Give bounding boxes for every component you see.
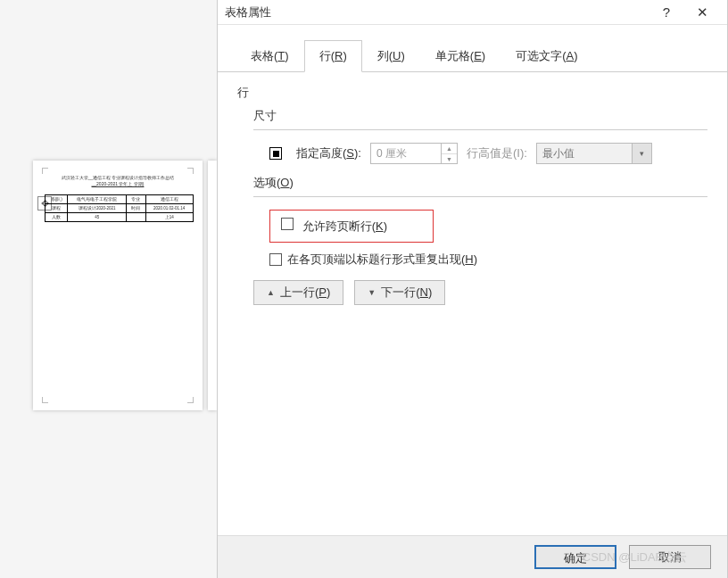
row-height-rule-value: 最小值 [537, 146, 632, 161]
row-height-rule-combo[interactable]: 最小值 ▾ [536, 143, 652, 164]
chevron-down-icon: ▾ [632, 144, 651, 163]
tab-alt-text[interactable]: 可选文字(A) [500, 40, 592, 72]
table-cell[interactable]: 45 [68, 213, 127, 222]
cancel-button[interactable]: 取消 [629, 545, 711, 569]
size-label: 尺寸 [253, 108, 707, 124]
height-value: 0 厘米 [371, 146, 441, 161]
table-cell[interactable]: 课程设计2020-2021 [68, 204, 127, 213]
table-cell[interactable]: 2020.01.02-01.14 [145, 204, 194, 213]
page-preview-next [208, 161, 217, 410]
row-pane: 行 尺寸 指定高度(S): 0 厘米 ▲▼ 行高值是(I): 最小值 ▾ 选项(… [218, 72, 727, 305]
repeat-header-label: 在各页顶端以标题行形式重复出现(H) [287, 252, 477, 268]
options-label: 选项(O) [253, 175, 707, 191]
doc-title-line1: 武汉轻工大学__通信工程 专业课程设计指导教师工作总结 [47, 175, 188, 181]
close-button[interactable]: ✕ [684, 4, 720, 21]
previous-row-button[interactable]: ▲ 上一行(P) [253, 280, 343, 305]
table-cell[interactable]: 专业 [127, 195, 145, 204]
tab-strip: 表格(T) 行(R) 列(U) 单元格(E) 可选文字(A) [218, 25, 727, 72]
previous-row-label: 上一行(P) [280, 285, 330, 301]
table-cell[interactable] [127, 213, 145, 222]
row-heading: 行 [237, 85, 707, 101]
tab-row[interactable]: 行(R) [304, 40, 362, 72]
table-cell[interactable]: 通信工程 [145, 195, 194, 204]
next-row-button[interactable]: ▼ 下一行(N) [354, 280, 445, 305]
table-cell[interactable]: 上14 [145, 213, 194, 222]
table-cell[interactable]: 电气与电子工程学院 [68, 195, 127, 204]
next-row-label: 下一行(N) [381, 285, 432, 301]
highlight-box: 允许跨页断行(K) [269, 210, 434, 243]
doc-title-line2: __2020-2021 学年上 学期) [47, 181, 188, 187]
table-cell[interactable]: 课程 [46, 204, 68, 213]
tab-table[interactable]: 表格(T) [236, 40, 304, 72]
height-spinner[interactable]: 0 厘米 ▲▼ [370, 143, 458, 164]
dialog-title: 表格属性 [225, 4, 649, 21]
table-properties-dialog: 表格属性 ? ✕ 表格(T) 行(R) 列(U) 单元格(E) 可选文字(A) … [217, 0, 728, 578]
spinner-down-icon[interactable]: ▼ [442, 153, 457, 163]
dialog-footer: 确定 取消 [218, 535, 727, 578]
repeat-header-checkbox[interactable] [269, 253, 282, 266]
tab-column[interactable]: 列(U) [362, 40, 420, 72]
table-cell[interactable]: 人数 [46, 213, 68, 222]
specify-height-checkbox[interactable] [269, 147, 282, 160]
document-table[interactable]: 系(队) 电气与电子工程学院 专业 通信工程 课程 课程设计2020-2021 … [45, 194, 194, 222]
document-background: 武汉轻工大学__通信工程 专业课程设计指导教师工作总结 __2020-2021 … [0, 0, 217, 578]
ok-button[interactable]: 确定 [534, 545, 616, 569]
specify-height-label: 指定高度(S): [296, 145, 361, 161]
allow-break-label: 允许跨页断行(K) [302, 219, 387, 233]
triangle-down-icon: ▼ [368, 288, 376, 297]
allow-break-checkbox[interactable] [281, 218, 294, 230]
help-button[interactable]: ? [649, 4, 684, 20]
table-cell[interactable]: 时间 [127, 204, 145, 213]
spinner-up-icon[interactable]: ▲ [442, 144, 457, 153]
table-cell[interactable]: 系(队) [46, 195, 68, 204]
tab-cell[interactable]: 单元格(E) [420, 40, 500, 72]
row-height-is-label: 行高值是(I): [467, 145, 527, 161]
triangle-up-icon: ▲ [267, 288, 275, 297]
